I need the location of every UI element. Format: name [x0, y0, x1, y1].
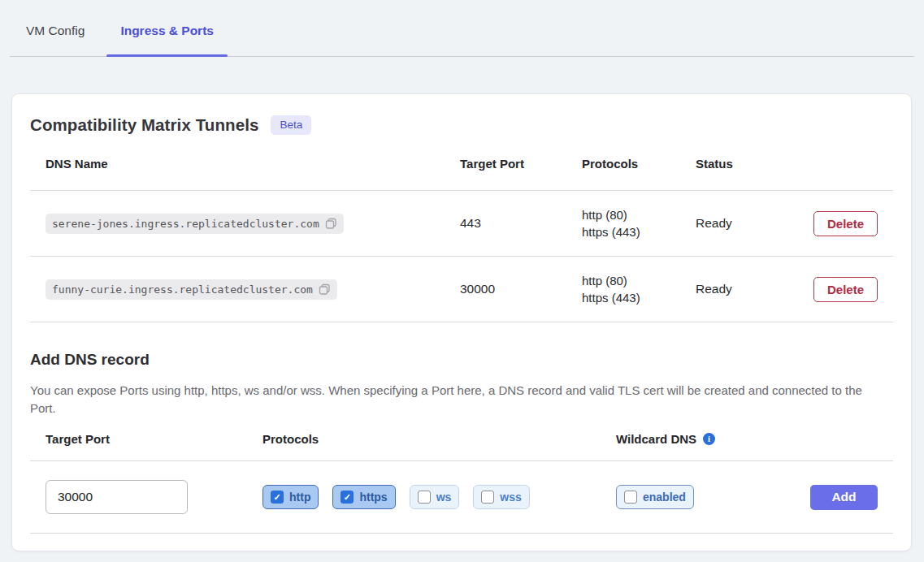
checkbox-icon: ✓: [418, 491, 431, 504]
protocol-checkbox-http[interactable]: ✓ http: [262, 485, 319, 509]
dns-name-text: funny-curie.ingress.replicatedcluster.co…: [52, 283, 313, 296]
column-header-status: Status: [696, 157, 809, 171]
beta-badge: Beta: [271, 115, 311, 135]
tab-label: Ingress & Ports: [120, 24, 214, 38]
column-header-target-port: Target Port: [460, 157, 582, 171]
tab-bar: VM Config Ingress & Ports: [10, 0, 914, 57]
page-title: Compatibility Matrix Tunnels: [30, 115, 258, 135]
protocol-checkbox-https[interactable]: ✓ https: [332, 485, 395, 509]
protocol-option-label: https: [359, 491, 387, 504]
form-labels-row: Target Port Protocols Wildcard DNS i: [30, 417, 893, 460]
protocol-line: https (443): [582, 289, 696, 306]
protocol-line: http (80): [582, 272, 696, 289]
checkbox-icon: ✓: [481, 491, 494, 504]
target-port-value: 30000: [460, 282, 582, 296]
add-dns-record-title: Add DNS record: [30, 350, 893, 369]
column-header-protocols: Protocols: [582, 157, 696, 171]
table-row: serene-jones.ingress.replicatedcluster.c…: [30, 191, 893, 256]
protocols-label: Protocols: [262, 432, 616, 446]
table-row: funny-curie.ingress.replicatedcluster.co…: [30, 257, 893, 322]
info-icon[interactable]: i: [703, 433, 715, 445]
protocol-checkbox-ws[interactable]: ✓ ws: [410, 485, 460, 509]
divider: [30, 533, 893, 534]
copy-icon[interactable]: [325, 218, 337, 230]
protocol-option-label: wss: [500, 491, 521, 504]
column-header-dns-name: DNS Name: [46, 157, 460, 171]
checkbox-icon: ✓: [341, 491, 354, 504]
wildcard-dns-label: Wildcard DNS: [616, 432, 696, 446]
protocol-checkbox-wss[interactable]: ✓ wss: [473, 485, 529, 509]
add-dns-record-description: You can expose Ports using http, https, …: [30, 382, 875, 417]
protocol-option-label: http: [289, 491, 310, 504]
target-port-input[interactable]: [46, 480, 188, 514]
target-port-value: 443: [460, 216, 582, 231]
dns-name-pill: funny-curie.ingress.replicatedcluster.co…: [46, 279, 337, 300]
card-header: Compatibility Matrix Tunnels Beta: [30, 114, 893, 136]
table-header-row: DNS Name Target Port Protocols Status: [30, 136, 893, 190]
delete-button[interactable]: Delete: [813, 277, 878, 302]
tunnels-card: Compatibility Matrix Tunnels Beta DNS Na…: [11, 93, 912, 551]
protocol-option-label: ws: [436, 491, 452, 504]
wildcard-enabled-checkbox[interactable]: ✓ enabled: [616, 485, 694, 509]
checkbox-icon: ✓: [624, 491, 637, 504]
tab-label: VM Config: [26, 24, 85, 38]
delete-button[interactable]: Delete: [813, 211, 878, 236]
dns-name-text: serene-jones.ingress.replicatedcluster.c…: [52, 218, 319, 230]
dns-name-pill: serene-jones.ingress.replicatedcluster.c…: [46, 214, 344, 234]
tab-vm-config[interactable]: VM Config: [12, 5, 98, 56]
divider: [30, 322, 893, 322]
form-controls-row: ✓ http ✓ https ✓ ws ✓ wss ✓ enabled Add: [30, 461, 893, 533]
checkbox-icon: ✓: [271, 491, 284, 504]
protocol-line: https (443): [582, 223, 696, 240]
status-value: Ready: [696, 216, 809, 231]
protocol-line: http (80): [582, 206, 696, 223]
add-button[interactable]: Add: [810, 485, 878, 510]
copy-icon[interactable]: [319, 283, 331, 296]
wildcard-option-label: enabled: [643, 491, 686, 504]
tab-ingress-ports[interactable]: Ingress & Ports: [106, 5, 228, 56]
target-port-label: Target Port: [46, 432, 262, 446]
status-value: Ready: [696, 282, 809, 296]
